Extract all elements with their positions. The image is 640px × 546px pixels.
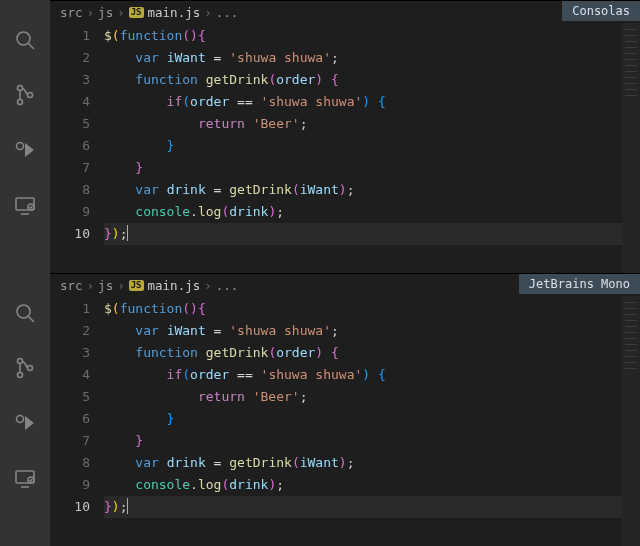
- code-line[interactable]: var iWant = 'shuwa shuwa';: [104, 320, 640, 342]
- svg-marker-6: [25, 143, 34, 157]
- minimap[interactable]: [622, 23, 640, 273]
- svg-marker-16: [25, 416, 34, 430]
- code-content[interactable]: $(function(){ var iWant = 'shuwa shuwa';…: [104, 296, 640, 546]
- debug-icon[interactable]: [13, 411, 37, 438]
- svg-point-10: [17, 305, 30, 318]
- svg-point-15: [17, 416, 24, 423]
- code-line[interactable]: return 'Beer';: [104, 386, 640, 408]
- code-line[interactable]: $(function(){: [104, 25, 640, 47]
- svg-point-5: [17, 143, 24, 150]
- chevron-right-icon: ›: [204, 5, 212, 20]
- breadcrumb-seg[interactable]: js: [98, 278, 113, 293]
- svg-point-4: [28, 93, 33, 98]
- code-line[interactable]: }: [104, 408, 640, 430]
- chevron-right-icon: ›: [204, 278, 212, 293]
- editor-pane: src›js›JSmain.js›...Consolas12345678910$…: [0, 0, 640, 273]
- breadcrumb-more[interactable]: ...: [216, 278, 239, 293]
- breadcrumb-file[interactable]: main.js: [148, 278, 201, 293]
- svg-point-3: [18, 100, 23, 105]
- search-icon[interactable]: [13, 301, 37, 328]
- activity-bar: [0, 0, 50, 273]
- svg-line-11: [29, 317, 35, 323]
- code-line[interactable]: }: [104, 430, 640, 452]
- chevron-right-icon: ›: [117, 278, 125, 293]
- svg-point-0: [17, 32, 30, 45]
- chevron-right-icon: ›: [117, 5, 125, 20]
- code-line[interactable]: console.log(drink);: [104, 474, 640, 496]
- svg-point-2: [18, 86, 23, 91]
- code-line[interactable]: }: [104, 135, 640, 157]
- remote-icon[interactable]: [13, 466, 37, 493]
- svg-point-12: [18, 359, 23, 364]
- code-line[interactable]: var drink = getDrink(iWant);: [104, 179, 640, 201]
- minimap[interactable]: [622, 296, 640, 546]
- activity-bar: [0, 273, 50, 546]
- code-content[interactable]: $(function(){ var iWant = 'shuwa shuwa';…: [104, 23, 640, 273]
- font-label: Consolas: [562, 1, 640, 21]
- text-cursor: [127, 225, 128, 241]
- svg-line-1: [29, 44, 35, 50]
- code-line[interactable]: var iWant = 'shuwa shuwa';: [104, 47, 640, 69]
- code-line[interactable]: }: [104, 157, 640, 179]
- breadcrumb-more[interactable]: ...: [216, 5, 239, 20]
- js-file-icon: JS: [129, 280, 144, 291]
- chevron-right-icon: ›: [87, 5, 95, 20]
- source-control-icon[interactable]: [13, 83, 37, 110]
- editor: src›js›JSmain.js›...JetBrains Mono123456…: [50, 273, 640, 546]
- breadcrumb[interactable]: src›js›JSmain.js›...: [50, 1, 640, 23]
- source-control-icon[interactable]: [13, 356, 37, 383]
- code-line[interactable]: $(function(){: [104, 298, 640, 320]
- code-line[interactable]: });: [104, 223, 640, 245]
- js-file-icon: JS: [129, 7, 144, 18]
- debug-icon[interactable]: [13, 138, 37, 165]
- code-line[interactable]: console.log(drink);: [104, 201, 640, 223]
- line-number-gutter: 12345678910: [50, 23, 104, 273]
- code-line[interactable]: if(order == 'shuwa shuwa') {: [104, 91, 640, 113]
- text-cursor: [127, 498, 128, 514]
- breadcrumb-seg[interactable]: src: [60, 278, 83, 293]
- code-line[interactable]: function getDrink(order) {: [104, 342, 640, 364]
- chevron-right-icon: ›: [87, 278, 95, 293]
- line-number-gutter: 12345678910: [50, 296, 104, 546]
- code-line[interactable]: });: [104, 496, 640, 518]
- breadcrumb-seg[interactable]: src: [60, 5, 83, 20]
- code-line[interactable]: if(order == 'shuwa shuwa') {: [104, 364, 640, 386]
- breadcrumb-file[interactable]: main.js: [148, 5, 201, 20]
- code-line[interactable]: return 'Beer';: [104, 113, 640, 135]
- editor-pane: src›js›JSmain.js›...JetBrains Mono123456…: [0, 273, 640, 546]
- code-line[interactable]: var drink = getDrink(iWant);: [104, 452, 640, 474]
- svg-point-14: [28, 366, 33, 371]
- remote-icon[interactable]: [13, 193, 37, 220]
- breadcrumb-seg[interactable]: js: [98, 5, 113, 20]
- font-label: JetBrains Mono: [519, 274, 640, 294]
- search-icon[interactable]: [13, 28, 37, 55]
- svg-point-13: [18, 373, 23, 378]
- editor: src›js›JSmain.js›...Consolas12345678910$…: [50, 0, 640, 273]
- code-line[interactable]: function getDrink(order) {: [104, 69, 640, 91]
